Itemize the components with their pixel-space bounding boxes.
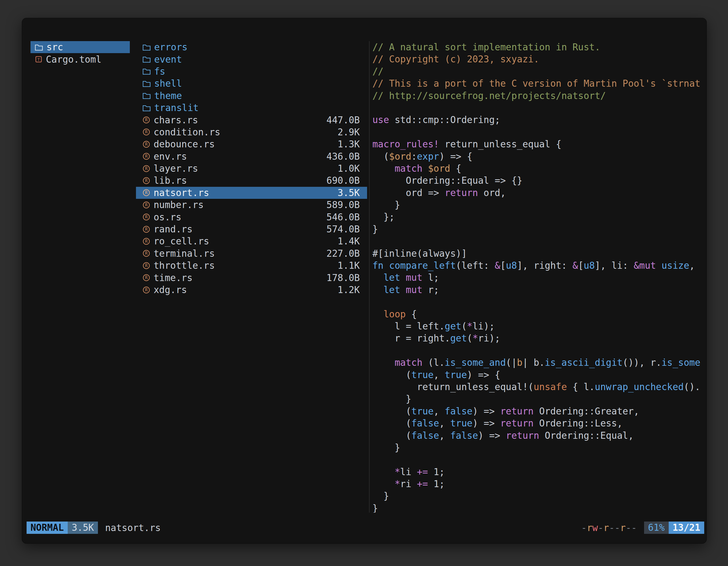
file-name: src [46,42,63,53]
code-line: ord => return ord, [372,187,706,199]
code-line: return_unless_equal!(unsafe { l.unwrap_u… [372,381,706,393]
file-row[interactable]: Rterminal.rs227.0B [136,248,367,260]
file-row[interactable]: Rtime.rs178.0B [136,272,367,283]
file-row[interactable]: Rxdg.rs1.2K [136,284,367,296]
svg-text:R: R [145,191,148,196]
file-row[interactable]: TCargo.toml [30,53,130,65]
file-row[interactable]: Rthrottle.rs1.1K [136,260,367,272]
file-row[interactable]: Rcondition.rs2.9K [136,126,367,138]
file-size-badge: 3.5K [68,522,98,534]
code-line: loop { [372,308,706,320]
file-size: 436.0B [327,151,367,162]
svg-text:R: R [145,227,148,232]
code-line: fn compare_left(left: &[u8], right: &[u8… [372,260,706,272]
code-line: Ordering::Equal => {} [372,175,706,187]
mode-badge: NORMAL [27,522,68,534]
file-row[interactable]: Rnumber.rs589.0B [136,199,367,211]
code-line: } [372,502,706,513]
code-line: #[inline(always)] [372,248,706,260]
file-row[interactable]: Ros.rs546.0B [136,211,367,223]
dir-row[interactable]: shell [136,78,367,90]
file-name: theme [154,90,182,101]
dir-row[interactable]: theme [136,90,367,102]
file-row[interactable]: Rchars.rs447.0B [136,114,367,126]
rust-file-icon: R [142,286,150,294]
svg-text:R: R [145,166,148,171]
folder-icon [142,44,151,51]
dir-row[interactable]: fs [136,65,367,78]
file-name: Cargo.toml [46,54,102,65]
cursor-position-badge: 13/21 [669,522,704,534]
code-line [372,454,706,466]
code-line: // [372,65,706,78]
svg-text:R: R [145,154,148,159]
code-line: } [372,393,706,405]
svg-text:R: R [145,239,148,244]
file-name: lib.rs [154,175,187,186]
parent-pane: srcTCargo.toml [30,41,130,513]
file-size: 574.0B [327,224,367,235]
file-row[interactable]: Rro_cell.rs1.4K [136,235,367,247]
code-line: r = right.get(*ri); [372,332,706,344]
code-line: } [372,199,706,211]
folder-icon [142,104,151,112]
status-right-group: -rw-r--r-- 61% 13/21 [581,522,704,534]
file-row[interactable]: Rnatsort.rs3.5K [136,187,367,199]
file-row[interactable]: Rlib.rs690.0B [136,175,367,187]
file-name: os.rs [154,212,181,223]
file-size: 3.5K [338,187,367,198]
rust-file-icon: R [142,274,150,282]
svg-text:R: R [145,215,148,220]
code-line: macro_rules! return_unless_equal { [372,138,706,150]
code-line: match (l.is_some_and(|b| b.is_ascii_digi… [372,356,706,368]
file-size: 2.9K [338,127,367,138]
file-manager-window: srcTCargo.toml errorseventfsshellthemetr… [22,18,707,544]
folder-icon [142,92,151,99]
rust-file-icon: R [142,177,150,185]
preview-pane: // A natural sort implementation in Rust… [370,41,706,513]
status-filename: natsort.rs [105,522,161,533]
dir-row[interactable]: translit [136,102,367,114]
code-line: // A natural sort implementation in Rust… [372,41,706,53]
file-name: event [154,54,182,65]
rust-file-icon: R [142,128,150,136]
rust-file-icon: R [142,250,150,257]
status-bar: NORMAL 3.5K natsort.rs -rw-r--r-- 61% 13… [27,522,704,534]
file-size: 1.4K [338,236,367,247]
folder-icon [142,68,151,75]
code-line: (true, true) => { [372,369,706,381]
rust-file-icon: R [142,152,150,160]
file-name: errors [154,42,187,53]
file-size: 178.0B [327,273,367,283]
file-row[interactable]: Rlayer.rs1.0K [136,163,367,175]
folder-icon [35,44,43,51]
file-size: 447.0B [327,115,367,126]
code-line [372,126,706,138]
dir-row[interactable]: errors [136,41,367,53]
code-line: (true, false) => return Ordering::Greate… [372,405,706,417]
file-name: throttle.rs [154,260,215,271]
file-size: 1.1K [338,260,367,271]
file-row[interactable]: Renv.rs436.0B [136,151,367,163]
code-line: }; [372,211,706,223]
svg-text:R: R [145,263,148,268]
rust-file-icon: R [142,262,150,270]
file-name: condition.rs [154,127,220,138]
svg-text:T: T [37,57,40,62]
rust-file-icon: R [142,189,150,197]
rust-file-icon: R [142,116,150,124]
rust-file-icon: R [142,226,150,233]
dir-row[interactable]: src [30,41,130,53]
rust-file-icon: R [142,238,150,245]
rust-file-icon: R [142,140,150,148]
file-row[interactable]: Rrand.rs574.0B [136,223,367,235]
current-pane: errorseventfsshellthemetranslitRchars.rs… [136,41,367,513]
code-line: match $ord { [372,163,706,175]
file-size: 1.3K [338,139,367,150]
rust-file-icon: R [142,165,150,173]
dir-row[interactable]: event [136,53,367,65]
file-name: chars.rs [154,115,198,126]
file-size: 1.2K [338,284,367,295]
file-row[interactable]: Rdebounce.rs1.3K [136,138,367,150]
file-name: number.rs [154,200,204,210]
